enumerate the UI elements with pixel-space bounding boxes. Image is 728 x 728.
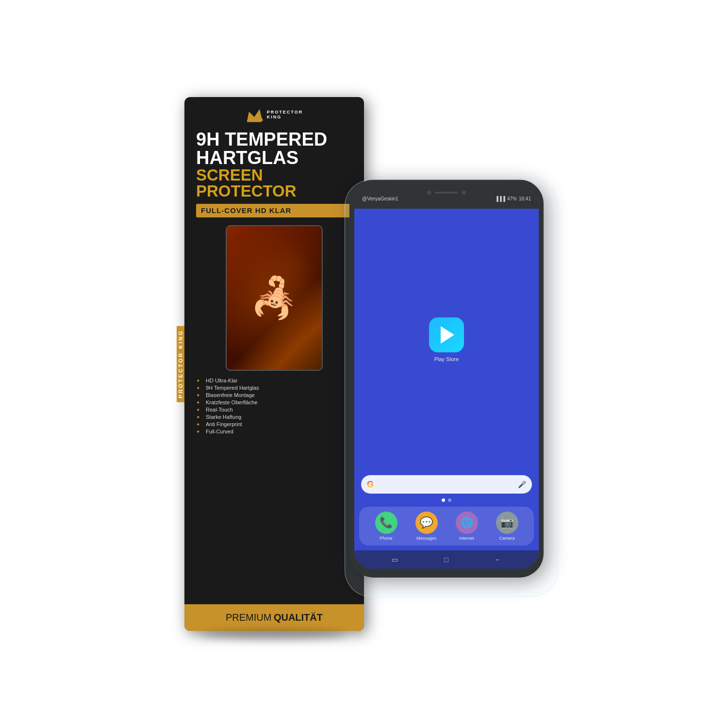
dock-app-camera[interactable]: 📷 Camera xyxy=(496,512,518,541)
dock-app-phone[interactable]: 📞 Phone xyxy=(375,512,397,541)
sensor xyxy=(462,191,466,195)
screen-content: Play Store G 🎤 xyxy=(354,209,539,569)
phone-screen: @VenyaGeskin1 ▐▐▐ 47% 16:41 Play Store xyxy=(354,188,539,569)
box-qualitat-label: QUALITÄT xyxy=(274,612,323,623)
box-brand: PROTECTOR KING xyxy=(267,110,303,119)
dock-app-messages[interactable]: 💬 Messages xyxy=(415,512,438,541)
front-camera xyxy=(427,191,431,195)
page-dot-2 xyxy=(448,498,451,502)
navigation-bar: ▭ □ ← xyxy=(354,550,539,569)
feature-adhesion-icon: ✦ xyxy=(196,414,203,420)
feature-curved: ✦ Full-Curved xyxy=(196,429,259,434)
phone-app-label: Phone xyxy=(380,536,392,541)
nav-home[interactable]: □ xyxy=(444,556,448,563)
status-username: @VenyaGeskin1 xyxy=(362,196,398,201)
feature-fingerprint: ✦ Anti Fingerprint xyxy=(196,421,259,427)
box-logo-area: PROTECTOR KING xyxy=(246,106,303,123)
box-title-protector: PROTECTOR xyxy=(196,183,297,199)
dock-app-internet[interactable]: 🌐 Internet xyxy=(456,512,478,541)
box-gold-banner-text: FULL-COVER HD KLAR xyxy=(201,206,291,215)
feature-adhesion-text: Starke Haftung xyxy=(206,414,241,420)
feature-touch-icon: ✦ xyxy=(196,407,203,413)
box-title-screen: SCREEN xyxy=(196,167,263,183)
box-drop-shadow xyxy=(202,630,346,640)
feature-hd-icon: ✦ xyxy=(196,378,203,383)
product-box: PROTECTOR KING PROTECTOR KING 9H TEMPERE… xyxy=(184,97,364,631)
internet-app-icon: 🌐 xyxy=(456,512,478,534)
page-dot-1 xyxy=(442,498,445,502)
page-indicator xyxy=(354,498,539,502)
box-title-9h: 9H TEMPERED xyxy=(196,130,327,149)
battery-percent: 47% xyxy=(507,196,517,201)
svg-rect-1 xyxy=(247,120,262,122)
messages-app-label: Messages xyxy=(416,536,436,541)
feature-bubble: ✦ Blasenfreie Montage xyxy=(196,392,259,398)
feature-curved-text: Full-Curved xyxy=(206,429,233,434)
feature-adhesion: ✦ Starke Haftung xyxy=(196,414,259,420)
crown-icon xyxy=(246,106,263,123)
messages-app-icon: 💬 xyxy=(415,512,438,534)
camera-notch xyxy=(427,188,466,197)
internet-app-label: Internet xyxy=(459,536,474,541)
play-store-app-icon[interactable] xyxy=(429,317,464,352)
feature-fingerprint-icon: ✦ xyxy=(196,422,203,427)
microphone-icon[interactable]: 🎤 xyxy=(518,480,526,488)
feature-touch: ✦ Real-Touch xyxy=(196,407,259,413)
play-triangle xyxy=(441,326,454,344)
feature-9h-icon: ✦ xyxy=(196,385,203,391)
camera-app-icon: 📷 xyxy=(496,512,518,534)
camera-app-label: Camera xyxy=(499,536,514,541)
feature-hd-text: HD Ultra-Klar xyxy=(206,378,237,383)
box-brand-line1: PROTECTOR xyxy=(267,110,303,115)
feature-scratch-icon: ✦ xyxy=(196,400,203,405)
phone-wrapper: @VenyaGeskin1 ▐▐▐ 47% 16:41 Play Store xyxy=(349,180,544,578)
feature-9h-text: 9H Tempered Hartglas xyxy=(206,385,259,391)
box-premium-label: PREMIUM xyxy=(226,612,271,623)
box-bottom-banner: PREMIUM QUALITÄT xyxy=(184,604,364,631)
samsung-phone: @VenyaGeskin1 ▐▐▐ 47% 16:41 Play Store xyxy=(349,180,544,578)
feature-hd: ✦ HD Ultra-Klar xyxy=(196,378,259,383)
status-right-group: ▐▐▐ 47% 16:41 xyxy=(495,196,531,201)
phone-app-icon: 📞 xyxy=(375,512,397,534)
box-features-list: ✦ HD Ultra-Klar ✦ 9H Tempered Hartglas ✦… xyxy=(196,378,259,434)
scene: PROTECTOR KING PROTECTOR KING 9H TEMPERE… xyxy=(97,49,631,679)
google-g-logo: G xyxy=(367,480,374,490)
feature-scratch: ✦ Kratzfeste Oberfläche xyxy=(196,399,259,405)
signal-icon: ▐▐▐ xyxy=(495,196,505,201)
box-gold-banner: FULL-COVER HD KLAR xyxy=(196,204,352,217)
app-dock: 📞 Phone 💬 Messages 🌐 Internet 📷 xyxy=(359,507,534,546)
feature-scratch-text: Kratzfeste Oberfläche xyxy=(206,399,257,405)
box-creature-image: 🦂 xyxy=(250,275,298,321)
play-store-label: Play Store xyxy=(434,356,459,362)
speaker xyxy=(435,192,458,194)
feature-fingerprint-text: Anti Fingerprint xyxy=(206,421,242,427)
box-phone-image: 🦂 xyxy=(226,225,323,371)
svg-marker-0 xyxy=(247,110,263,121)
feature-touch-text: Real-Touch xyxy=(206,407,233,413)
nav-recents[interactable]: ▭ xyxy=(392,556,398,563)
nav-back[interactable]: ← xyxy=(495,556,501,563)
feature-bubble-icon: ✦ xyxy=(196,393,203,398)
time-display: 16:41 xyxy=(519,196,531,201)
box-title-hartglas: HARTGLAS xyxy=(196,149,298,167)
box-side-text: PROTECTOR KING xyxy=(177,326,184,402)
feature-9h: ✦ 9H Tempered Hartglas xyxy=(196,385,259,391)
feature-bubble-text: Blasenfreie Montage xyxy=(206,392,255,398)
box-brand-line2: KING xyxy=(267,115,282,119)
google-search-bar[interactable]: G 🎤 xyxy=(361,475,532,494)
homescreen-icons: Play Store xyxy=(354,214,539,475)
feature-curved-icon: ✦ xyxy=(196,429,203,434)
